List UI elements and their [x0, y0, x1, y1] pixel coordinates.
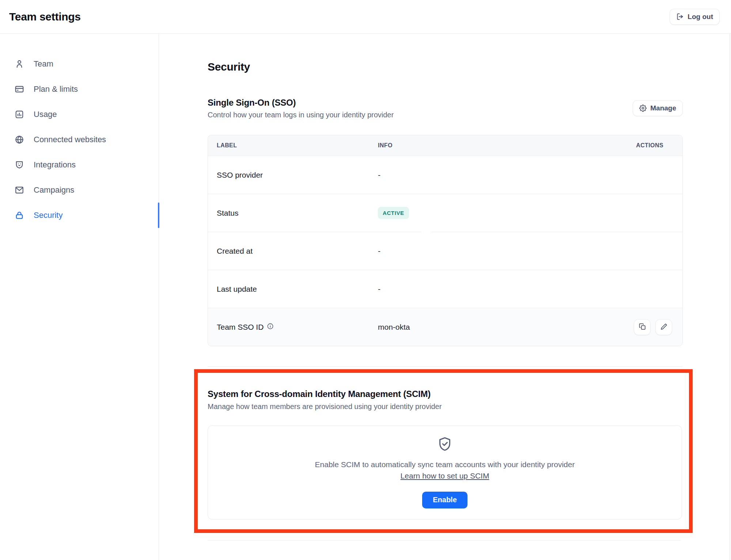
bottom-divider — [208, 540, 681, 541]
scim-subtitle: Manage how team members are provisioned … — [208, 402, 682, 411]
enable-scim-button[interactable]: Enable — [422, 492, 467, 508]
info-icon[interactable] — [267, 323, 274, 332]
status-badge: ACTIVE — [378, 207, 409, 219]
logout-icon — [676, 13, 684, 20]
bar-chart-icon — [15, 110, 24, 119]
scim-learn-link[interactable]: Learn how to set up SCIM — [401, 472, 489, 480]
sidebar-item-label: Security — [34, 211, 63, 220]
column-header-label: LABEL — [217, 142, 378, 149]
logout-button[interactable]: Log out — [670, 9, 720, 25]
security-panel: Security Single Sign-On (SSO) Control ho… — [159, 34, 731, 560]
section-divider — [208, 366, 683, 367]
sidebar-item-integrations[interactable]: Integrations — [0, 156, 159, 174]
column-header-info: INFO — [378, 142, 601, 149]
sso-table: LABEL INFO ACTIONS SSO provider - Status… — [208, 135, 683, 346]
table-row-sso-provider: SSO provider - — [208, 156, 682, 194]
sidebar-item-label: Plan & limits — [34, 84, 78, 94]
sidebar-item-label: Team — [34, 59, 53, 69]
pencil-icon — [660, 323, 668, 332]
table-header-row: LABEL INFO ACTIONS — [208, 135, 682, 156]
sidebar-item-plan-limits[interactable]: Plan & limits — [0, 80, 159, 98]
table-row-status: Status ACTIVE — [208, 194, 682, 232]
settings-sidebar: Team Plan & limits Usage — [0, 34, 159, 560]
credit-card-icon — [15, 84, 24, 94]
sidebar-item-security[interactable]: Security — [0, 207, 159, 224]
sidebar-item-connected-websites[interactable]: Connected websites — [0, 131, 159, 148]
sidebar-item-campaigns[interactable]: Campaigns — [0, 181, 159, 199]
scim-card: Enable SCIM to automatically sync team a… — [208, 425, 682, 519]
lock-icon — [15, 211, 24, 220]
table-row-created-at: Created at - — [208, 232, 682, 270]
scim-description: Enable SCIM to automatically sync team a… — [208, 460, 682, 469]
page-edge-line — [730, 34, 730, 560]
manage-sso-button[interactable]: Manage — [633, 100, 683, 116]
edit-sso-id-button[interactable] — [655, 319, 672, 335]
scim-title: System for Cross-domain Identity Managem… — [208, 389, 682, 399]
sso-title: Single Sign-On (SSO) — [208, 98, 394, 108]
logout-label: Log out — [688, 13, 713, 21]
copy-sso-id-button[interactable] — [634, 319, 651, 335]
top-bar: Team settings Log out — [0, 0, 731, 34]
page-title: Security — [208, 61, 731, 73]
table-row-last-update: Last update - — [208, 270, 682, 308]
table-row-team-sso-id: Team SSO ID mon-okta — [208, 308, 682, 346]
divider-gap — [421, 231, 431, 232]
sso-subtitle: Control how your team logs in using your… — [208, 111, 394, 119]
manage-label: Manage — [650, 104, 676, 112]
gear-icon — [639, 105, 647, 112]
sso-section-head: Single Sign-On (SSO) Control how your te… — [208, 98, 683, 120]
scim-highlight-box: System for Cross-domain Identity Managem… — [194, 369, 693, 533]
column-header-actions: ACTIONS — [601, 142, 674, 149]
sidebar-item-label: Integrations — [34, 160, 76, 170]
globe-icon — [15, 135, 24, 144]
shield-face-icon — [15, 160, 24, 170]
mail-icon — [15, 185, 24, 195]
sidebar-item-usage[interactable]: Usage — [0, 106, 159, 123]
shield-check-icon — [436, 447, 453, 454]
sidebar-item-label: Connected websites — [34, 135, 106, 144]
user-icon — [15, 59, 24, 69]
app-title: Team settings — [9, 11, 81, 23]
sidebar-item-team[interactable]: Team — [0, 55, 159, 73]
sidebar-item-label: Campaigns — [34, 185, 74, 195]
sidebar-item-label: Usage — [34, 110, 57, 119]
copy-icon — [639, 323, 646, 332]
